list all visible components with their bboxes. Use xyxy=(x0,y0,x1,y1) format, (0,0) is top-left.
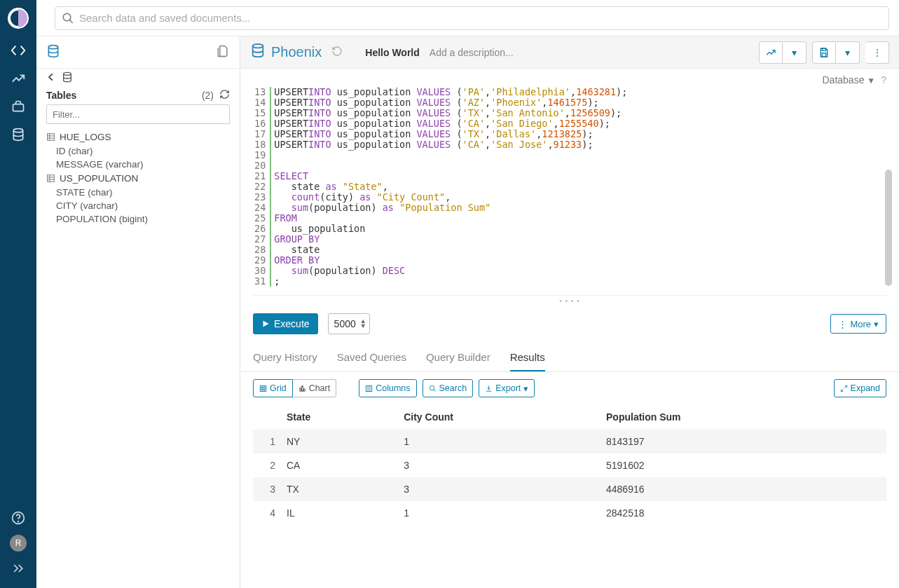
result-tabs: Query HistorySaved QueriesQuery BuilderR… xyxy=(240,341,899,372)
svg-rect-18 xyxy=(822,48,825,50)
svg-rect-19 xyxy=(822,53,825,56)
tables-filter-input[interactable] xyxy=(46,104,230,124)
column-item[interactable]: STATE (char) xyxy=(46,186,230,199)
svg-rect-13 xyxy=(48,175,55,182)
grid-view-button[interactable]: Grid xyxy=(253,379,293,397)
save-button[interactable] xyxy=(812,41,836,64)
column-item[interactable]: CITY (varchar) xyxy=(46,199,230,212)
refresh-icon[interactable] xyxy=(219,89,230,102)
left-rail: R xyxy=(0,0,36,588)
column-item[interactable]: POPULATION (bigint) xyxy=(46,212,230,226)
svg-rect-29 xyxy=(366,385,372,391)
svg-rect-1 xyxy=(13,104,24,111)
cell: 1 xyxy=(398,430,601,453)
db-small-icon xyxy=(62,71,73,85)
documents-icon[interactable] xyxy=(216,44,230,60)
tab-saved-queries[interactable]: Saved Queries xyxy=(337,351,406,371)
column-item[interactable]: ID (char) xyxy=(46,144,230,158)
more-menu-button[interactable]: ⋮ xyxy=(865,41,889,64)
cell: 5191602 xyxy=(601,453,886,477)
search-icon xyxy=(62,12,74,27)
resize-handle[interactable]: • • • • xyxy=(240,296,899,306)
cell: 3 xyxy=(253,477,281,501)
nav-editor-icon[interactable] xyxy=(0,36,36,64)
cell: IL xyxy=(281,501,398,525)
history-undo-icon[interactable] xyxy=(331,46,343,59)
stepper-icon[interactable]: ▲▼ xyxy=(360,319,366,329)
results-table: StateCity CountPopulation Sum 1NY1814319… xyxy=(253,404,886,525)
engine-icon xyxy=(250,43,266,62)
avatar[interactable]: R xyxy=(10,535,27,552)
cell: 4 xyxy=(253,501,281,525)
export-button[interactable]: Export ▾ xyxy=(479,379,535,397)
help-icon[interactable] xyxy=(0,504,36,532)
collapse-rail-icon[interactable] xyxy=(0,554,36,582)
cell: 4486916 xyxy=(601,477,886,501)
svg-point-4 xyxy=(18,521,19,522)
row-limit-input[interactable]: 5000 ▲▼ xyxy=(328,313,370,334)
column-item[interactable]: MESSAGE (varchar) xyxy=(46,158,230,171)
engine-title[interactable]: Phoenix xyxy=(271,44,322,60)
expand-button[interactable]: Expand xyxy=(834,379,886,397)
cell: 2842518 xyxy=(601,501,886,525)
table-row[interactable]: 3TX34486916 xyxy=(253,477,886,501)
doc-name[interactable]: Hello World xyxy=(365,47,420,58)
svg-rect-21 xyxy=(260,385,266,391)
execute-button[interactable]: Execute xyxy=(253,313,318,334)
line-gutter: 13141516171819202122232425262728293031 xyxy=(253,87,271,287)
column-header[interactable]: City Count xyxy=(398,404,601,430)
help-mini-icon[interactable]: ? xyxy=(881,74,886,86)
db-source-icon[interactable] xyxy=(46,44,60,60)
tab-query-builder[interactable]: Query Builder xyxy=(426,351,490,371)
tab-query-history[interactable]: Query History xyxy=(253,351,317,371)
table-row[interactable]: 1NY18143197 xyxy=(253,430,886,453)
cell: 2 xyxy=(253,453,281,477)
table-row[interactable]: 4IL12842518 xyxy=(253,501,886,525)
column-header[interactable] xyxy=(253,404,281,430)
assist-sidebar: Tables (2) HUE_LOGSID (char)MESSAGE (var… xyxy=(36,36,240,588)
search-results-button[interactable]: Search xyxy=(423,379,474,397)
editor-header: Phoenix Hello World Add a description...… xyxy=(240,36,899,69)
table-row[interactable]: 2CA35191602 xyxy=(253,453,886,477)
cell: CA xyxy=(281,453,398,477)
table-item[interactable]: HUE_LOGS xyxy=(46,130,230,144)
global-search-input[interactable] xyxy=(55,6,889,30)
table-item[interactable]: US_POPULATION xyxy=(46,171,230,186)
svg-rect-27 xyxy=(301,385,303,390)
nav-tables-icon[interactable] xyxy=(0,121,36,149)
column-header[interactable]: State xyxy=(281,404,398,430)
more-actions-button[interactable]: ⋮ More ▾ xyxy=(830,314,886,334)
back-icon[interactable] xyxy=(46,72,56,84)
svg-rect-9 xyxy=(48,134,55,141)
app-logo xyxy=(0,0,36,36)
sql-editor[interactable]: 13141516171819202122232425262728293031 U… xyxy=(253,86,886,296)
cell: TX xyxy=(281,477,398,501)
svg-marker-20 xyxy=(263,321,269,327)
cell: 8143197 xyxy=(601,430,886,453)
database-selector[interactable]: Database ▼ xyxy=(822,74,875,86)
cell: NY xyxy=(281,430,398,453)
columns-button[interactable]: Columns xyxy=(359,379,416,397)
svg-point-8 xyxy=(64,72,71,75)
svg-rect-26 xyxy=(299,388,301,391)
nav-dashboards-icon[interactable] xyxy=(0,64,36,93)
column-header[interactable]: Population Sum xyxy=(601,404,886,430)
doc-description[interactable]: Add a description... xyxy=(430,47,514,58)
chart-view-dropdown[interactable]: ▾ xyxy=(783,41,807,64)
svg-point-2 xyxy=(13,129,22,132)
cell: 3 xyxy=(398,453,601,477)
cell: 1 xyxy=(398,501,601,525)
chart-result-button[interactable]: Chart xyxy=(293,379,337,397)
tab-results[interactable]: Results xyxy=(510,351,545,371)
svg-rect-28 xyxy=(303,388,305,390)
svg-line-35 xyxy=(841,389,843,391)
topbar xyxy=(36,0,899,36)
save-dropdown[interactable]: ▾ xyxy=(836,41,860,64)
svg-point-32 xyxy=(430,385,434,390)
nav-jobs-icon[interactable] xyxy=(0,93,36,121)
svg-point-7 xyxy=(48,46,57,49)
chart-view-button[interactable] xyxy=(759,41,783,64)
editor-scrollbar[interactable] xyxy=(884,86,892,295)
svg-point-5 xyxy=(63,13,71,21)
tables-count: (2) xyxy=(202,90,214,101)
